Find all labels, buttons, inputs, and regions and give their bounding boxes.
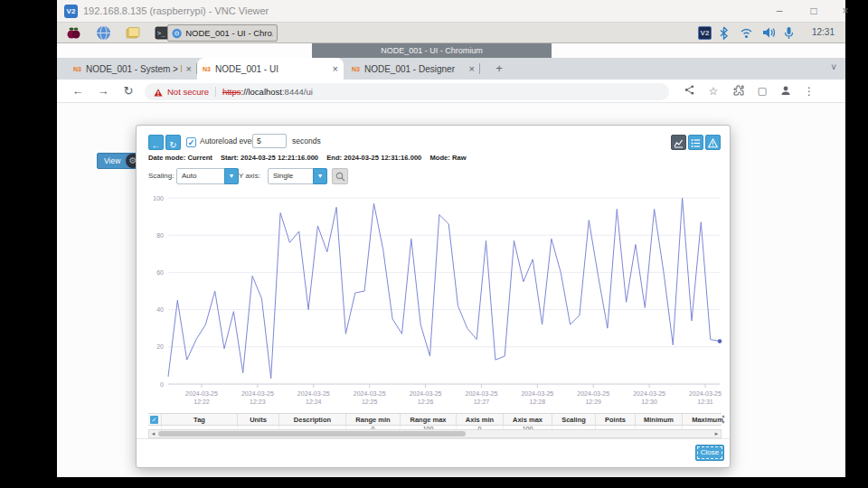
scroll-left-icon[interactable]: ◄ bbox=[149, 430, 157, 437]
column-header[interactable]: Description bbox=[279, 414, 346, 425]
scaling-label: Scaling: bbox=[148, 172, 174, 180]
url-text: https://localhost:8444/ui bbox=[222, 87, 313, 97]
volume-icon[interactable] bbox=[762, 26, 776, 40]
yaxis-value: Single bbox=[273, 172, 293, 180]
yaxis-label: Y axis: bbox=[239, 172, 260, 180]
svg-text:2024-03-25: 2024-03-25 bbox=[185, 390, 218, 397]
trend-chart[interactable]: 0204060801002024-03-2512:222024-03-2512:… bbox=[147, 189, 722, 408]
view-button-label: View bbox=[104, 156, 120, 165]
end-time-text: End: 2024-03-25 12:31:16.000 bbox=[326, 154, 421, 162]
extensions-puzzle-icon[interactable] bbox=[731, 85, 746, 98]
close-button[interactable]: × bbox=[838, 4, 853, 18]
taskbar: >_ NODE_001 - UI - Chro... V2 12:31 bbox=[57, 23, 845, 43]
svg-text:100: 100 bbox=[153, 195, 164, 202]
browser-menu-icon[interactable]: ⋮ bbox=[802, 85, 816, 98]
url-host: ://localhost bbox=[241, 87, 282, 97]
date-mode-text: Date mode: Current bbox=[148, 154, 212, 162]
dialog-footer: Close bbox=[137, 438, 730, 467]
trend-dialog: ← ↻ ✓ Autoreload every seconds bbox=[136, 125, 731, 468]
browser-toolbar: ← → ↻ Not secure https://localhost:8444/… bbox=[57, 80, 845, 103]
horizontal-scrollbar[interactable]: ◄ ► bbox=[148, 429, 722, 438]
back-icon[interactable]: ← bbox=[70, 84, 86, 98]
list-view-button[interactable] bbox=[688, 135, 703, 150]
new-tab-button[interactable]: + bbox=[491, 61, 507, 77]
forward-icon[interactable]: → bbox=[95, 84, 111, 98]
autoreload-seconds-input[interactable] bbox=[252, 134, 287, 148]
vnc-logo-icon: V2 bbox=[64, 5, 78, 18]
tab-close-icon[interactable]: × bbox=[186, 63, 192, 74]
select-all-checkbox[interactable]: ✓ bbox=[148, 414, 162, 425]
scaling-dropdown[interactable]: Auto ▼ bbox=[176, 168, 239, 184]
scaling-value: Auto bbox=[182, 172, 196, 180]
browser-tab[interactable]: N3NODE_001 - UI× bbox=[197, 58, 344, 80]
side-panel-icon[interactable]: ▢ bbox=[755, 85, 769, 97]
microphone-icon[interactable] bbox=[784, 26, 797, 40]
tab-list-chevron-icon[interactable]: ˅ bbox=[831, 62, 836, 72]
column-header[interactable]: Axis max bbox=[504, 414, 552, 425]
maximize-button[interactable]: □ bbox=[807, 4, 821, 18]
zoom-reset-button[interactable] bbox=[332, 168, 348, 184]
tab-label: NODE_001 - UI bbox=[215, 64, 328, 74]
profile-avatar-icon[interactable] bbox=[778, 85, 793, 98]
browser-tab[interactable]: N3NODE_001 - System > D× bbox=[68, 58, 197, 80]
chromium-titlebar[interactable]: NODE_001 - UI - Chromium bbox=[57, 43, 845, 58]
svg-text:>_: >_ bbox=[157, 30, 165, 37]
omnibox[interactable]: Not secure https://localhost:8444/ui bbox=[145, 83, 669, 100]
tab-close-icon[interactable]: × bbox=[333, 63, 338, 74]
vertical-scrollbar[interactable]: ▲▼ bbox=[720, 413, 727, 436]
dialog-refresh-button[interactable]: ↻ bbox=[165, 135, 181, 150]
url-scheme: https bbox=[222, 87, 241, 97]
bookmark-star-icon[interactable]: ☆ bbox=[706, 85, 721, 98]
close-dialog-button[interactable]: Close bbox=[695, 445, 724, 461]
svg-text:0: 0 bbox=[160, 381, 164, 388]
tab-close-icon[interactable]: × bbox=[469, 63, 475, 74]
wifi-icon[interactable] bbox=[740, 26, 753, 40]
web-browser-icon[interactable] bbox=[96, 25, 111, 41]
chromium-window-title: NODE_001 - UI - Chromium bbox=[312, 43, 552, 58]
column-header[interactable]: Minimum bbox=[636, 414, 683, 425]
svg-text:12:30: 12:30 bbox=[641, 399, 657, 405]
vnc-titlebar[interactable]: V2 192.168.8.135 (raspberrypi) - VNC Vie… bbox=[57, 0, 845, 23]
not-secure-warning-icon bbox=[154, 84, 163, 100]
yaxis-dropdown[interactable]: Single ▼ bbox=[268, 168, 327, 184]
file-manager-icon[interactable] bbox=[126, 25, 141, 41]
chevron-down-icon[interactable]: ▼ bbox=[224, 168, 239, 184]
svg-text:2024-03-25: 2024-03-25 bbox=[466, 390, 498, 397]
reload-icon[interactable]: ↻ bbox=[120, 84, 137, 98]
column-header[interactable]: Tag bbox=[162, 414, 238, 425]
column-header[interactable]: Range min bbox=[346, 414, 401, 425]
share-icon[interactable] bbox=[682, 85, 696, 97]
vnc-server-tray-icon[interactable]: V2 bbox=[698, 26, 712, 40]
minimize-button[interactable]: – bbox=[772, 4, 787, 18]
tab-strip: N3NODE_001 - System > D×N3NODE_001 - UI×… bbox=[57, 58, 845, 80]
svg-text:2024-03-25: 2024-03-25 bbox=[410, 390, 442, 397]
column-header[interactable]: Axis min bbox=[457, 414, 504, 425]
autoreload-checkbox[interactable]: ✓ bbox=[186, 137, 196, 147]
svg-text:2024-03-25: 2024-03-25 bbox=[297, 390, 330, 397]
alarm-view-button[interactable] bbox=[705, 135, 721, 150]
svg-text:2024-03-25: 2024-03-25 bbox=[577, 390, 609, 397]
svg-text:12:23: 12:23 bbox=[250, 399, 266, 405]
trend-info-line: Date mode: Current Start: 2024-03-25 12:… bbox=[148, 154, 473, 162]
chart-view-button[interactable] bbox=[671, 135, 686, 150]
column-header[interactable]: Scaling bbox=[552, 414, 596, 425]
trend-table: ✓TagUnitsDescriptionRange minRange maxAx… bbox=[148, 413, 722, 438]
svg-text:80: 80 bbox=[156, 232, 164, 239]
svg-text:12:26: 12:26 bbox=[418, 399, 434, 405]
bluetooth-icon[interactable] bbox=[718, 26, 731, 40]
taskbar-task-button[interactable]: NODE_001 - UI - Chro... bbox=[167, 24, 278, 42]
chevron-down-icon[interactable]: ▼ bbox=[313, 168, 327, 184]
tab-favicon: N3 bbox=[352, 66, 360, 72]
dialog-back-button[interactable]: ← bbox=[148, 135, 164, 150]
column-header[interactable]: Range max bbox=[401, 414, 457, 425]
raspberry-menu-icon[interactable] bbox=[66, 25, 81, 41]
scrollbar-thumb[interactable] bbox=[158, 431, 466, 436]
web-page: View ⚙ ← ↻ ✓ Autoreload every seconds bbox=[57, 103, 845, 477]
svg-text:12:24: 12:24 bbox=[306, 399, 322, 405]
column-header[interactable]: Points bbox=[596, 414, 636, 425]
view-button[interactable]: View ⚙ bbox=[97, 153, 138, 169]
column-header[interactable]: Units bbox=[238, 414, 279, 425]
omnibox-divider bbox=[215, 87, 216, 97]
clock[interactable]: 12:31 bbox=[812, 27, 835, 37]
browser-tab[interactable]: N3NODE_001 - Designer× bbox=[346, 58, 480, 80]
